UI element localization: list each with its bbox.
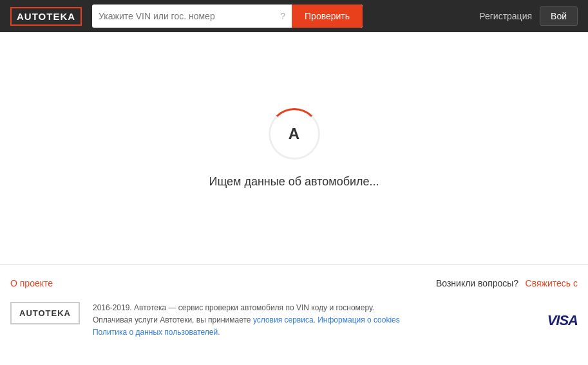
loading-spinner: A [269, 108, 320, 160]
cookies-link[interactable]: Информация о cookies [318, 315, 400, 324]
footer-question-area: Возникли вопросы? Свяжитесь с [436, 277, 578, 289]
policy-link[interactable]: Политика о данных пользователей. [93, 328, 220, 337]
header-nav: Регистрация Вой [479, 6, 578, 26]
footer-terms-line: Оплачивая услуги Автотеки, вы принимаете… [93, 314, 400, 326]
footer-top: О проекте Возникли вопросы? Свяжитесь с [10, 277, 578, 289]
search-input[interactable] [92, 5, 274, 28]
header: AUTOTEKA ? Проверить Регистрация Вой [0, 0, 588, 32]
loading-text: Ищем данные об автомобиле... [209, 175, 379, 189]
check-button[interactable]: Проверить [292, 5, 363, 28]
footer-logo: AUTOTEKA [10, 302, 80, 324]
footer: О проекте Возникли вопросы? Свяжитесь с … [0, 264, 588, 350]
about-link[interactable]: О проекте [10, 278, 53, 288]
terms-link[interactable]: условия сервиса [253, 315, 314, 324]
footer-policy-line: Политика о данных пользователей. [93, 326, 400, 339]
footer-bottom: AUTOTEKA 2016-2019. Автотека — сервис пр… [10, 302, 578, 339]
search-area: ? Проверить [92, 5, 363, 28]
spinner-letter: A [289, 125, 299, 143]
footer-copyright: 2016-2019. Автотека — сервис проверки ав… [93, 302, 400, 314]
footer-text-block: 2016-2019. Автотека — сервис проверки ав… [93, 302, 400, 339]
visa-logo: VISA [547, 312, 578, 329]
main-content: A Ищем данные об автомобиле... [0, 32, 588, 264]
logo[interactable]: AUTOTEKA [10, 7, 82, 26]
help-icon[interactable]: ? [274, 5, 292, 28]
login-button[interactable]: Вой [540, 6, 578, 26]
footer-question-text: Возникли вопросы? [436, 278, 518, 288]
register-link[interactable]: Регистрация [479, 11, 532, 21]
contact-link[interactable]: Свяжитесь с [526, 278, 578, 288]
